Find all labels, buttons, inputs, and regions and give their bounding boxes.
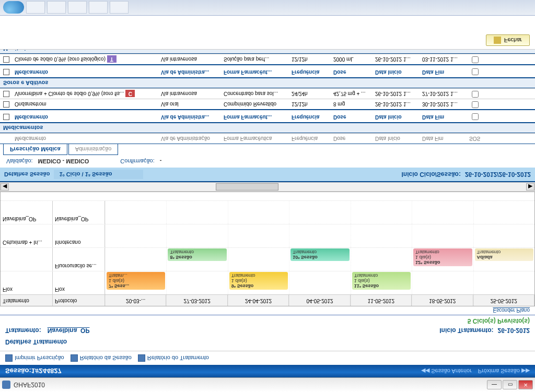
timeline-slot: 9ª Sessão1 dia(s)Tratamento (228, 271, 289, 294)
timeline-block[interactable]: 9ª Sessão1 dia(s)Tratamento (229, 272, 288, 290)
expand-icon[interactable] (3, 114, 9, 120)
grid-group-header[interactable]: Soros e Aditivos (0, 77, 535, 88)
session-details-title: Detalhes Sessão (4, 171, 50, 177)
timeline-slot: 7ª Sess...1 dia(s)Tratam... (105, 271, 166, 294)
timeline-block[interactable]: 12ª Sessão1 dia(s)Tratamento (413, 248, 472, 266)
filter-via[interactable]: Via de Administração (159, 135, 222, 142)
treatment-link[interactable]: Navelbina_OP (48, 327, 90, 334)
timeline-slot: AdiadaTratamento (473, 248, 534, 271)
timeline-block[interactable]: 11ª Sessão1 dia(s)Tratamento (352, 272, 411, 290)
taskbar-app-button[interactable] (68, 2, 87, 14)
grid-group-header[interactable]: Medicamentos (0, 122, 535, 133)
timeline-slot (351, 248, 412, 271)
prev-session-link[interactable]: ◀◀ Sessão Anterior (421, 368, 472, 375)
expand-icon[interactable] (3, 57, 9, 63)
timeline-row-label (1, 248, 53, 271)
predicted-cycles: 5 Ciclo(s) Previsto(s) (468, 317, 530, 325)
grid-subheader: MedicamentoVia de Administra...Forma Far… (0, 109, 535, 122)
timeline-block[interactable]: 8ª SessãoTratamento (168, 248, 226, 261)
taskbar-app-button[interactable] (26, 2, 45, 14)
window-titlebar: GHAF2010 — ▭ ✕ (0, 377, 535, 392)
timeline-scrollbar[interactable]: ◀ ▶ (0, 182, 535, 192)
timeline-slot (473, 224, 534, 247)
timeline-row-protocol: Flox (53, 271, 105, 294)
timeline-block[interactable]: 10ª SessãoTratamento (290, 248, 349, 261)
filter-dose[interactable]: Dose (331, 135, 373, 142)
session-header-bar: Sessão:1#244827 ◀◀ Sessão Anterior Próxi… (0, 365, 535, 377)
expand-icon[interactable] (3, 102, 9, 108)
grid-subheader: MedicamentoVia de Administra...Forma Far… (0, 64, 535, 77)
grid-group-header[interactable]: Monitorizar (0, 50, 535, 54)
timeline-slot (289, 201, 350, 224)
scroll-right-button[interactable]: ▶ (526, 183, 534, 191)
timeline-slot (166, 271, 227, 294)
header-checkbox[interactable] (472, 113, 479, 120)
start-button[interactable] (3, 2, 24, 14)
cell-dfim: 03-11-2012 1... (420, 55, 467, 63)
timeline-block[interactable]: 7ª Sess...1 dia(s)Tratam... (107, 272, 165, 290)
timeline-slot (473, 201, 534, 224)
row-checkbox[interactable] (472, 91, 479, 98)
bottom-bar: Fechar (0, 31, 535, 50)
session-details-bar: Detalhes Sessão 1º Ciclo \ 1ª Sessão Iní… (0, 168, 535, 181)
toolbar: Imprimir Prescrição Relatório da Sessão … (0, 351, 535, 365)
taskbar-app-button[interactable] (47, 2, 66, 14)
timeline-col-treatment: Tratamento (1, 295, 53, 306)
timeline-row-protocol: Navelbina_OP (53, 201, 105, 224)
row-checkbox[interactable] (472, 101, 479, 108)
minimize-button[interactable]: — (487, 381, 502, 390)
scroll-left-button[interactable]: ◀ (1, 183, 9, 191)
filter-forma[interactable]: Forma Farmacêutica (222, 135, 289, 142)
cell-freq: 12\12h (289, 55, 331, 63)
expand-icon[interactable] (3, 91, 9, 98)
filter-freq[interactable]: Frequência (289, 135, 331, 142)
filter-dinicio[interactable]: Data Início (373, 135, 420, 142)
timeline-slot: 12ª Sessão1 dia(s)Tratamento (412, 248, 473, 271)
cell-dose: 8 mg (331, 100, 373, 108)
scroll-track[interactable] (9, 183, 526, 191)
maximize-button[interactable]: ▭ (503, 381, 517, 390)
filter-dfim[interactable]: Data Fim (420, 135, 467, 142)
taskbar-app-button[interactable] (110, 2, 129, 14)
timeline-row-label: Navelbina_OP (1, 201, 53, 224)
timeline-date: 27-03-2012 (166, 295, 227, 306)
cell-freq: 24\24h (289, 90, 331, 98)
timeline-slot (289, 271, 350, 294)
scroll-thumb[interactable] (216, 183, 278, 191)
treatment-start-value: 26-10-2012 (498, 327, 530, 334)
timeline-slot (412, 224, 473, 247)
cycle-chip: 1º Ciclo \ 1ª Sessão (54, 170, 143, 179)
grid-row[interactable]: Cloreto de sódio 0,9% (soro fisiológico)… (0, 54, 535, 64)
next-session-link[interactable]: Próxima Sessão ▶▶ (478, 368, 530, 375)
timeline-gantt[interactable]: Tratamento Protocolo 20-03-... 27-03-201… (0, 192, 535, 306)
expand-icon[interactable] (3, 69, 9, 75)
print-prescription-button[interactable]: Imprimir Prescrição (5, 354, 64, 362)
tab-prescription[interactable]: Prescrição Médica (3, 144, 67, 155)
timeline-slot (105, 248, 166, 271)
timeline-row: FloxFlox7ª Sess...1 dia(s)Tratam...9ª Se… (1, 271, 534, 294)
timeline-slot: 11ª Sessão1 dia(s)Tratamento (351, 271, 412, 294)
taskbar[interactable] (0, 0, 535, 16)
hide-plan-link[interactable]: Esconder Plano (493, 307, 530, 313)
timeline-slot: 8ª SessãoTratamento (166, 248, 227, 271)
close-button[interactable]: Fechar (486, 34, 530, 46)
prescription-grid[interactable]: Medicamento Via de Administração Forma F… (0, 50, 535, 144)
timeline-row-label: Flox (1, 271, 53, 294)
tab-administration[interactable]: Administração (68, 144, 119, 155)
header-checkbox[interactable] (472, 68, 479, 75)
timeline-block[interactable]: AdiadaTratamento (475, 248, 533, 261)
close-window-button[interactable]: ✕ (518, 381, 533, 390)
timeline-header: Tratamento Protocolo 20-03-... 27-03-201… (1, 294, 534, 306)
filter-sos[interactable]: SOS (467, 135, 493, 142)
cell-dinicio: 26-10-2012 1... (373, 55, 420, 63)
grid-row[interactable]: Vinorrelbina + Cloreto de sódio 0,9% (so… (0, 88, 535, 99)
grid-row[interactable]: Ondansetrom Via oralComprimido Revestido… (0, 99, 535, 109)
row-checkbox[interactable] (472, 56, 479, 63)
timeline-date: 18-05-2012 (412, 295, 473, 306)
flag-t-icon: T (107, 56, 117, 63)
taskbar-app-button[interactable] (89, 2, 108, 14)
report-icon (71, 354, 78, 362)
treatment-report-button[interactable]: Relatório do Tratamento (138, 354, 209, 362)
filter-med[interactable]: Medicamento (13, 135, 159, 142)
session-report-button[interactable]: Relatório da Sessão (71, 354, 132, 362)
